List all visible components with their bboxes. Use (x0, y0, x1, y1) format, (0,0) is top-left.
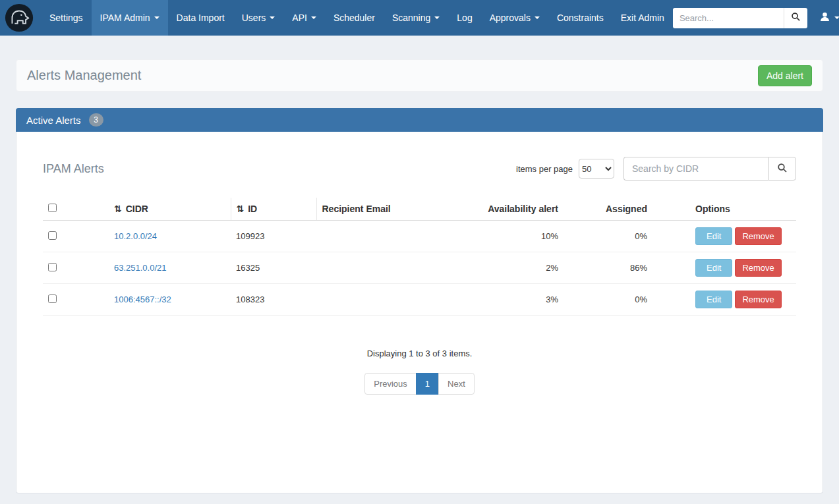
remove-button[interactable]: Remove (735, 259, 781, 277)
user-menu[interactable] (819, 11, 839, 25)
id-cell: 109923 (231, 221, 316, 252)
table-row: 10.2.0.0/24 109923 10% 0% EditRemove (43, 221, 796, 252)
main-navigation: Settings IPAM Admin Data Import Users AP… (41, 0, 673, 36)
id-cell: 16325 (231, 252, 316, 284)
cidr-link[interactable]: 1006:4567::/32 (114, 294, 171, 304)
table-title: IPAM Alerts (43, 162, 104, 176)
top-navbar: Settings IPAM Admin Data Import Users AP… (0, 0, 839, 36)
table-row: 63.251.0.0/21 16325 2% 86% EditRemove (43, 252, 796, 284)
sort-icon[interactable]: ⇅ (114, 204, 122, 214)
add-alert-button[interactable]: Add alert (758, 65, 812, 86)
select-all-cell (43, 198, 109, 221)
assigned-cell: 0% (564, 284, 652, 316)
pagination: Previous 1 Next (43, 373, 796, 395)
nav-item-ipam-admin[interactable]: IPAM Admin (92, 0, 168, 36)
page-title: Alerts Management (27, 68, 141, 83)
header-id[interactable]: ⇅ID (231, 198, 316, 221)
email-cell (316, 252, 471, 284)
edit-button[interactable]: Edit (695, 259, 732, 277)
nav-item-api[interactable]: API (283, 0, 325, 36)
panel-body: IPAM Alerts items per page 50 (16, 132, 823, 493)
navbar-right (673, 8, 839, 28)
header-availability-alert: Availability alert (471, 198, 564, 221)
table-row: 1006:4567::/32 108323 3% 0% EditRemove (43, 284, 796, 316)
header-assigned: Assigned (564, 198, 652, 221)
global-search-input[interactable] (673, 8, 784, 28)
alerts-table: ⇅CIDR ⇅ID Recipient Email Availability a… (43, 198, 796, 316)
pagination-next[interactable]: Next (438, 373, 475, 395)
toolbar-controls: items per page 50 (516, 157, 796, 181)
search-icon (791, 12, 801, 24)
chevron-down-icon (535, 16, 540, 19)
chevron-down-icon (270, 16, 275, 19)
search-icon (777, 163, 788, 175)
cidr-search-input[interactable] (623, 157, 768, 181)
page-header: Alerts Management Add alert (16, 59, 823, 92)
nav-item-scanning[interactable]: Scanning (384, 0, 448, 36)
table-toolbar: IPAM Alerts items per page 50 (43, 157, 796, 181)
row-checkbox[interactable] (48, 263, 57, 271)
items-per-page-label: items per page (516, 164, 573, 174)
header-cidr[interactable]: ⇅CIDR (109, 198, 231, 221)
global-search-button[interactable] (784, 8, 807, 28)
header-options: Options (652, 198, 796, 221)
pagination-previous[interactable]: Previous (364, 373, 417, 395)
cidr-link[interactable]: 63.251.0.0/21 (114, 263, 167, 273)
edit-button[interactable]: Edit (695, 227, 732, 245)
nav-item-users[interactable]: Users (233, 0, 284, 36)
edit-button[interactable]: Edit (695, 291, 732, 308)
global-search (673, 8, 807, 28)
nav-item-data-import[interactable]: Data Import (168, 0, 233, 36)
row-checkbox[interactable] (48, 231, 57, 240)
panel-title: Active Alerts (26, 115, 81, 126)
nav-item-scheduler[interactable]: Scheduler (325, 0, 384, 36)
cidr-search-button[interactable] (768, 157, 796, 181)
availability-cell: 10% (471, 221, 564, 252)
panel-heading: Active Alerts 3 (16, 108, 823, 132)
nav-item-approvals[interactable]: Approvals (481, 0, 548, 36)
nav-item-log[interactable]: Log (448, 0, 480, 36)
assigned-cell: 86% (564, 252, 652, 284)
pagination-page-1[interactable]: 1 (416, 373, 439, 395)
nav-item-exit-admin[interactable]: Exit Admin (612, 0, 673, 36)
row-checkbox[interactable] (48, 294, 57, 303)
id-cell: 108323 (231, 284, 316, 316)
availability-cell: 3% (471, 284, 564, 316)
header-recipient-email: Recipient Email (316, 198, 471, 221)
cidr-link[interactable]: 10.2.0.0/24 (114, 231, 157, 241)
table-header-row: ⇅CIDR ⇅ID Recipient Email Availability a… (43, 198, 796, 221)
chevron-down-icon (154, 16, 159, 19)
remove-button[interactable]: Remove (735, 227, 781, 245)
sort-icon[interactable]: ⇅ (237, 204, 245, 214)
nav-item-settings[interactable]: Settings (41, 0, 92, 36)
items-per-page-select[interactable]: 50 (579, 159, 614, 179)
cidr-search-group (623, 157, 796, 181)
active-alerts-panel: Active Alerts 3 IPAM Alerts items per pa… (16, 108, 823, 493)
app-logo[interactable] (4, 3, 34, 33)
page-content: Alerts Management Add alert Active Alert… (16, 59, 823, 493)
email-cell (316, 284, 471, 316)
chevron-down-icon (311, 16, 316, 19)
elephant-logo-icon (4, 24, 34, 35)
alert-count-badge: 3 (89, 113, 103, 126)
chevron-down-icon (434, 16, 440, 19)
results-summary: Displaying 1 to 3 of 3 items. (43, 349, 796, 358)
assigned-cell: 0% (564, 221, 652, 252)
chevron-down-icon (834, 16, 839, 19)
remove-button[interactable]: Remove (735, 291, 781, 308)
nav-item-constraints[interactable]: Constraints (548, 0, 612, 36)
select-all-checkbox[interactable] (48, 204, 57, 212)
user-icon (819, 11, 830, 25)
availability-cell: 2% (471, 252, 564, 284)
email-cell (316, 221, 471, 252)
